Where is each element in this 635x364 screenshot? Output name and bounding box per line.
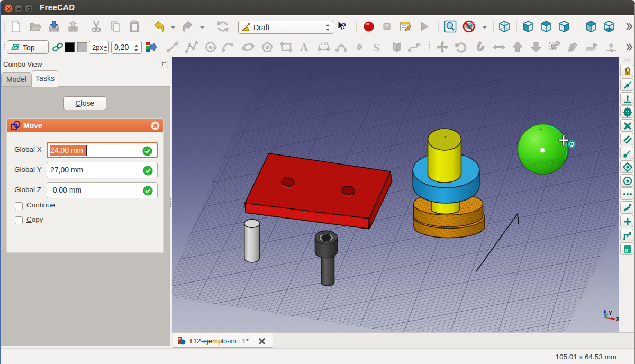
svg-text:1.83: 1.83	[320, 41, 329, 46]
svg-text:?: ?	[342, 21, 347, 31]
svg-text:A: A	[300, 41, 309, 53]
svg-text:S: S	[373, 41, 379, 53]
svg-text:Y: Y	[609, 311, 612, 316]
